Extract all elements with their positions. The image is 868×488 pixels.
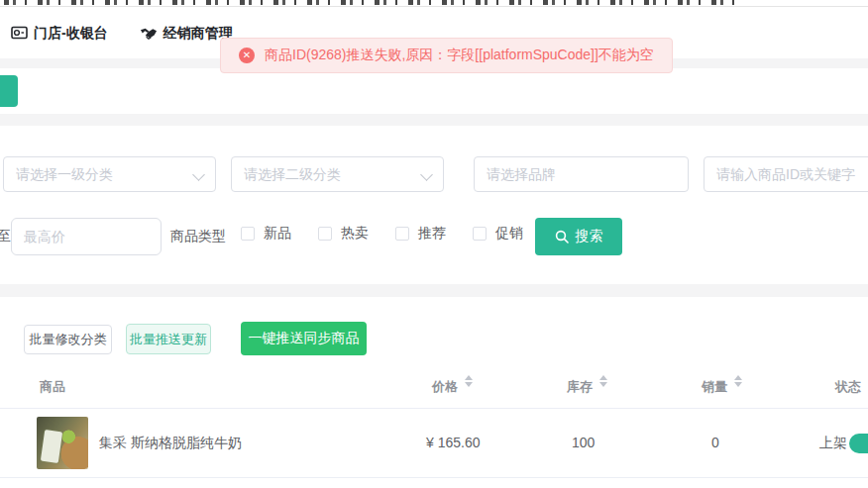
product-status-label: 上架 [819, 435, 847, 452]
sort-desc-icon[interactable] [734, 382, 742, 387]
search-button-label: 搜索 [576, 228, 603, 245]
edge-strip [0, 68, 868, 114]
table-row: 集采 斯纳格脱脂纯牛奶 ¥ 165.60 100 0 上架 [0, 409, 868, 478]
sort-desc-icon[interactable] [599, 382, 607, 387]
checkbox-box[interactable] [318, 227, 332, 241]
column-header-status: 状态 [835, 378, 861, 396]
batch-edit-category-button[interactable]: 批量修改分类 [24, 325, 112, 354]
checkbox-hot-sale[interactable]: 热卖 [318, 225, 369, 243]
product-type-label: 商品类型 [170, 228, 226, 245]
batch-push-update-button[interactable]: 批量推送更新 [126, 324, 211, 354]
checkbox-promotion[interactable]: 促销 [473, 225, 523, 243]
checkbox-label: 热卖 [341, 225, 369, 243]
sort-asc-icon[interactable] [734, 375, 742, 380]
category-level2-select[interactable] [231, 156, 444, 192]
search-button[interactable]: 搜索 [535, 218, 622, 255]
dealer-handshake-icon [140, 26, 158, 42]
clipped-green-button[interactable] [0, 75, 18, 107]
column-header-goods: 商品 [40, 378, 65, 396]
product-management-page: { "nav": { "tabs": [ { "label": "门店-收银台"… [0, 0, 868, 488]
product-name: 集采 斯纳格脱脂纯牛奶 [99, 435, 242, 452]
checkbox-label: 新品 [264, 225, 291, 243]
checkbox-box[interactable] [395, 227, 409, 241]
sort-asc-icon[interactable] [465, 375, 473, 380]
checkbox-label: 推荐 [418, 225, 446, 243]
sort-control-stock[interactable] [599, 375, 607, 387]
product-sales: 0 [711, 435, 719, 450]
clipped-glyphs [4, 0, 739, 5]
clipped-top-text-strip [0, 0, 868, 7]
separator-band [0, 284, 868, 297]
checkbox-new-product[interactable]: 新品 [241, 225, 291, 243]
separator-band [0, 114, 868, 126]
category-level1-select[interactable] [3, 156, 216, 192]
sort-control-sales[interactable] [734, 375, 742, 387]
one-click-sync-button[interactable]: 一键推送同步商品 [241, 322, 367, 355]
column-header-price: 价格 [432, 378, 458, 396]
table-header-row: 商品 价格 库存 销量 状态 [0, 364, 868, 409]
cashier-icon [10, 26, 28, 42]
product-table-panel: 批量修改分类 批量推送更新 一键推送同步商品 商品 价格 库存 销量 状态 集采… [0, 297, 868, 488]
filter-panel: 至 商品类型 新品 热卖 推荐 促销 搜索 [0, 126, 868, 284]
brand-select[interactable] [474, 156, 689, 192]
checkbox-recommended[interactable]: 推荐 [395, 225, 446, 243]
column-header-stock: 库存 [567, 378, 593, 396]
tab-store-cashier-label: 门店-收银台 [34, 25, 108, 43]
error-toast: ✕ 商品ID(9268)推送失败,原因：字段[[platformSpuCode]… [220, 38, 673, 73]
checkbox-box[interactable] [473, 227, 487, 241]
sort-desc-icon[interactable] [465, 382, 473, 387]
checkbox-label: 促销 [495, 225, 523, 243]
error-circle-icon: ✕ [239, 48, 255, 63]
checkbox-box[interactable] [241, 227, 255, 241]
status-toggle[interactable] [849, 434, 868, 453]
tab-dealer-management[interactable]: 经销商管理 [140, 25, 233, 43]
product-thumbnail[interactable] [37, 417, 88, 469]
product-stock: 100 [572, 435, 595, 450]
max-price-input[interactable] [11, 218, 162, 255]
sort-asc-icon[interactable] [599, 375, 607, 380]
error-toast-message: 商品ID(9268)推送失败,原因：字段[[platformSpuCode]]不… [265, 47, 654, 64]
column-header-sales: 销量 [702, 378, 727, 396]
sort-control-price[interactable] [465, 375, 473, 387]
product-price: ¥ 165.60 [426, 435, 481, 450]
keyword-input[interactable] [704, 156, 868, 192]
search-icon [555, 230, 569, 244]
tab-store-cashier[interactable]: 门店-收银台 [10, 25, 108, 43]
price-range-to-label: 至 [0, 228, 11, 245]
